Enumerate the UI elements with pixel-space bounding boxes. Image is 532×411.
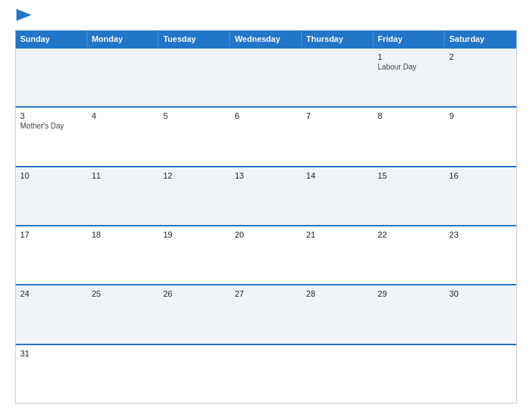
day-number: 20 <box>235 230 297 239</box>
calendar-cell: 26 <box>158 285 230 343</box>
calendar-cell <box>302 49 374 106</box>
calendar-cell: 27 <box>230 285 302 343</box>
calendar-cell: 21 <box>302 226 374 284</box>
day-number: 13 <box>235 171 297 180</box>
day-number: 9 <box>449 111 512 120</box>
calendar-cell: 17 <box>16 226 87 284</box>
calendar-cell: 12 <box>158 167 230 225</box>
calendar-cell <box>302 345 374 403</box>
calendar-cell: 5 <box>158 108 230 165</box>
day-number: 25 <box>92 289 155 298</box>
day-number: 14 <box>306 171 369 180</box>
calendar-cell: 30 <box>445 285 516 343</box>
day-number: 3 <box>20 111 83 120</box>
calendar-cell <box>158 345 230 403</box>
calendar-cell: 24 <box>16 285 87 343</box>
day-number: 31 <box>20 349 83 358</box>
day-number: 5 <box>163 111 226 120</box>
calendar-cell <box>87 49 159 106</box>
calendar-row-6: 31 <box>16 344 516 403</box>
calendar-row-1: 1Labour Day2 <box>16 47 516 106</box>
calendar-cell: 6 <box>230 108 302 165</box>
calendar-cell: 20 <box>230 226 302 284</box>
calendar-cell: 13 <box>230 167 302 225</box>
calendar-cell <box>16 49 87 106</box>
logo-flag-icon <box>16 7 31 22</box>
calendar-row-5: 24252627282930 <box>16 284 516 343</box>
day-number: 4 <box>92 111 155 120</box>
calendar-cell <box>87 345 159 403</box>
day-number: 23 <box>449 230 512 239</box>
calendar-cell: 15 <box>374 167 445 225</box>
calendar-cell <box>230 49 302 106</box>
calendar-cell <box>445 345 516 403</box>
day-number: 11 <box>92 171 155 180</box>
calendar: SundayMondayTuesdayWednesdayThursdayFrid… <box>15 30 517 404</box>
calendar-header-monday: Monday <box>87 31 159 47</box>
calendar-header-friday: Friday <box>374 31 445 47</box>
calendar-cell: 14 <box>302 167 374 225</box>
day-event: Labour Day <box>378 63 441 72</box>
calendar-cell <box>158 49 230 106</box>
calendar-header: SundayMondayTuesdayWednesdayThursdayFrid… <box>16 31 516 47</box>
day-number: 2 <box>449 52 512 61</box>
calendar-header-sunday: Sunday <box>16 31 87 47</box>
calendar-cell: 16 <box>445 167 516 225</box>
day-number: 10 <box>20 171 83 180</box>
calendar-cell: 2 <box>445 49 516 106</box>
calendar-cell: 19 <box>158 226 230 284</box>
calendar-cell: 29 <box>374 285 445 343</box>
calendar-cell: 8 <box>374 108 445 165</box>
day-number: 7 <box>306 111 369 120</box>
day-number: 26 <box>163 289 226 298</box>
calendar-cell: 9 <box>445 108 516 165</box>
calendar-cell: 25 <box>87 285 159 343</box>
page: SundayMondayTuesdayWednesdayThursdayFrid… <box>0 0 532 411</box>
day-number: 29 <box>378 289 441 298</box>
calendar-cell: 3Mother's Day <box>16 108 87 165</box>
logo <box>15 13 31 22</box>
calendar-body: 1Labour Day23Mother's Day456789101112131… <box>16 47 516 403</box>
calendar-cell: 4 <box>87 108 159 165</box>
calendar-cell: 31 <box>16 345 87 403</box>
day-number: 1 <box>378 52 441 61</box>
day-event: Mother's Day <box>20 122 83 131</box>
calendar-row-4: 17181920212223 <box>16 225 516 284</box>
day-number: 17 <box>20 230 83 239</box>
day-number: 24 <box>20 289 83 298</box>
svg-marker-0 <box>16 9 31 21</box>
calendar-cell <box>374 345 445 403</box>
day-number: 22 <box>378 230 441 239</box>
calendar-cell <box>230 345 302 403</box>
calendar-cell: 1Labour Day <box>374 49 445 106</box>
calendar-row-2: 3Mother's Day456789 <box>16 106 516 165</box>
calendar-header-thursday: Thursday <box>302 31 374 47</box>
calendar-cell: 23 <box>445 226 516 284</box>
calendar-cell: 7 <box>302 108 374 165</box>
calendar-row-3: 10111213141516 <box>16 166 516 225</box>
day-number: 16 <box>449 171 512 180</box>
day-number: 18 <box>92 230 155 239</box>
header <box>15 13 517 22</box>
calendar-header-wednesday: Wednesday <box>230 31 302 47</box>
calendar-header-saturday: Saturday <box>445 31 516 47</box>
calendar-cell: 22 <box>374 226 445 284</box>
day-number: 6 <box>235 111 297 120</box>
day-number: 19 <box>163 230 226 239</box>
calendar-header-tuesday: Tuesday <box>158 31 230 47</box>
day-number: 28 <box>306 289 369 298</box>
day-number: 30 <box>449 289 512 298</box>
calendar-cell: 11 <box>87 167 159 225</box>
calendar-cell: 10 <box>16 167 87 225</box>
day-number: 15 <box>378 171 441 180</box>
day-number: 12 <box>163 171 226 180</box>
calendar-cell: 28 <box>302 285 374 343</box>
day-number: 27 <box>235 289 297 298</box>
day-number: 21 <box>306 230 369 239</box>
day-number: 8 <box>378 111 441 120</box>
calendar-cell: 18 <box>87 226 159 284</box>
